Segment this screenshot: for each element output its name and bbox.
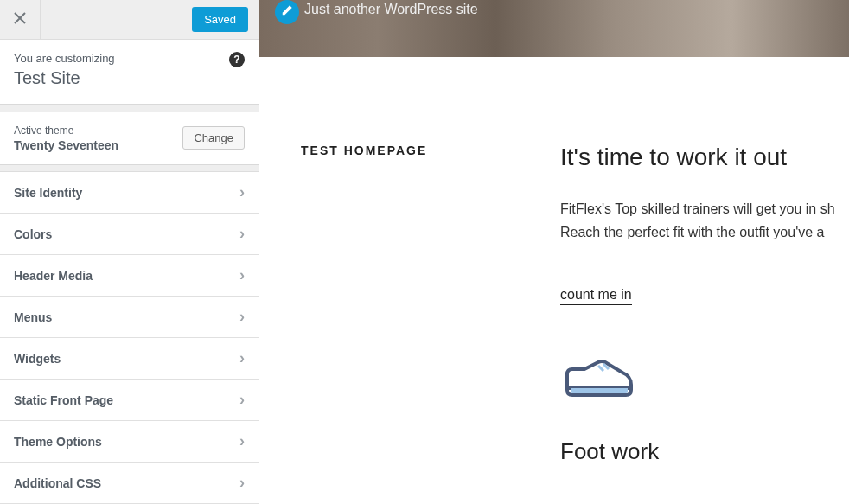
- chevron-right-icon: ›: [239, 266, 245, 284]
- headline: It's time to work it out: [560, 144, 849, 171]
- site-tagline: Just another WordPress site: [304, 2, 478, 17]
- menu-static-front-page[interactable]: Static Front Page ›: [0, 380, 259, 421]
- customizing-label: You are customizing: [14, 52, 245, 65]
- saved-button[interactable]: Saved: [192, 7, 248, 32]
- menu-item-label: Colors: [14, 227, 52, 241]
- subheadline: Foot work: [560, 438, 849, 465]
- section-spacer-1: [0, 105, 259, 112]
- chevron-right-icon: ›: [239, 474, 245, 492]
- change-theme-button[interactable]: Change: [182, 126, 245, 150]
- menu-site-identity[interactable]: Site Identity ›: [0, 172, 259, 214]
- body-line-1: FitFlex's Top skilled trainers will get …: [560, 197, 849, 220]
- left-column: TEST HOMEPAGE: [301, 144, 526, 465]
- menu-widgets[interactable]: Widgets ›: [0, 338, 259, 380]
- chevron-right-icon: ›: [239, 432, 245, 450]
- pencil-icon: [281, 4, 293, 20]
- theme-section: Active theme Twenty Seventeen Change: [0, 112, 259, 165]
- menu-item-label: Widgets: [14, 352, 61, 366]
- edit-shortcut-button[interactable]: [275, 0, 299, 24]
- menu-item-label: Static Front Page: [14, 393, 113, 407]
- section-spacer-2: [0, 165, 259, 173]
- chevron-right-icon: ›: [239, 225, 245, 243]
- top-bar: Saved: [0, 0, 259, 40]
- menu-item-label: Header Media: [14, 269, 93, 283]
- cta-link[interactable]: count me in: [560, 287, 632, 305]
- body-text: FitFlex's Top skilled trainers will get …: [560, 197, 849, 244]
- site-title: Test Site: [14, 68, 245, 88]
- close-icon: [14, 10, 26, 29]
- chevron-right-icon: ›: [239, 391, 245, 409]
- sneaker-icon: [560, 357, 849, 404]
- intro-section: You are customizing Test Site ?: [0, 40, 259, 105]
- menu-item-label: Additional CSS: [14, 476, 101, 490]
- page-title: TEST HOMEPAGE: [301, 144, 526, 157]
- active-theme-name: Twenty Seventeen: [14, 138, 118, 152]
- menu-item-label: Theme Options: [14, 435, 102, 449]
- menu-theme-options[interactable]: Theme Options ›: [0, 421, 259, 463]
- customizer-sidebar: Saved You are customizing Test Site ? Ac…: [0, 0, 259, 504]
- hero-banner: Just another WordPress site: [259, 0, 849, 57]
- right-column: It's time to work it out FitFlex's Top s…: [526, 144, 849, 465]
- menu-item-label: Menus: [14, 310, 52, 324]
- content-area: TEST HOMEPAGE It's time to work it out F…: [259, 57, 849, 465]
- chevron-right-icon: ›: [239, 349, 245, 367]
- menu-header-media[interactable]: Header Media ›: [0, 255, 259, 297]
- chevron-right-icon: ›: [239, 308, 245, 326]
- preview-pane: Just another WordPress site TEST HOMEPAG…: [259, 0, 849, 504]
- body-line-2: Reach the perfect fit with the outfit yo…: [560, 220, 849, 244]
- help-icon[interactable]: ?: [229, 52, 245, 67]
- menu-item-label: Site Identity: [14, 186, 82, 200]
- theme-info: Active theme Twenty Seventeen: [14, 124, 118, 152]
- close-button[interactable]: [0, 0, 41, 40]
- menu-additional-css[interactable]: Additional CSS ›: [0, 463, 259, 504]
- chevron-right-icon: ›: [239, 183, 245, 201]
- menu-list: Site Identity › Colors › Header Media › …: [0, 172, 259, 504]
- menu-menus[interactable]: Menus ›: [0, 297, 259, 338]
- active-theme-label: Active theme: [14, 124, 118, 137]
- menu-colors[interactable]: Colors ›: [0, 214, 259, 255]
